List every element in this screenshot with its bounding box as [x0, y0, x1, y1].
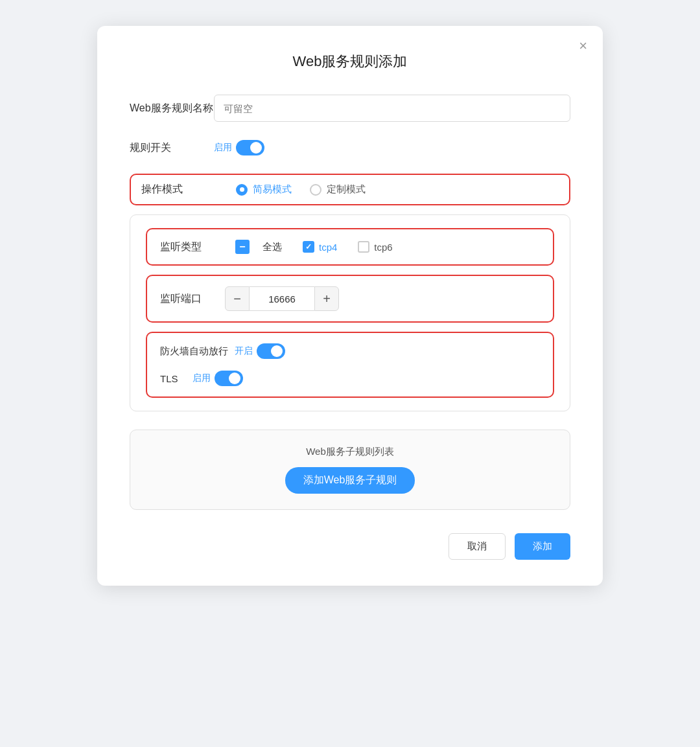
listen-type-row: 监听类型 全选 tcp4 tcp6	[160, 240, 540, 254]
port-value-input[interactable]	[250, 286, 314, 311]
radio-custom-text: 定制模式	[327, 183, 366, 196]
firewall-tls-section: 防火墙自动放行 开启 TLS 启用	[146, 332, 554, 398]
deselect-all-button[interactable]	[235, 240, 250, 254]
add-button[interactable]: 添加	[515, 533, 570, 560]
name-row: Web服务规则名称	[130, 95, 570, 122]
tls-label: TLS	[160, 373, 186, 384]
listen-port-row: 监听端口 − +	[160, 286, 540, 311]
tcp6-checkbox	[358, 241, 369, 253]
tcp4-checkbox-item[interactable]: tcp4	[303, 241, 337, 253]
close-button[interactable]: ×	[579, 39, 587, 53]
listen-port-section: 监听端口 − +	[146, 275, 554, 323]
op-mode-label: 操作模式	[141, 183, 226, 196]
firewall-label: 防火墙自动放行	[160, 345, 228, 358]
rule-switch-label: 规则开关	[130, 141, 214, 155]
name-label: Web服务规则名称	[130, 102, 214, 115]
cancel-button[interactable]: 取消	[449, 533, 506, 560]
listen-type-label: 监听类型	[160, 240, 225, 254]
name-input[interactable]	[214, 95, 570, 122]
tls-row: TLS 启用	[160, 371, 540, 386]
radio-custom-circle	[310, 184, 321, 196]
add-sub-rule-button[interactable]: 添加Web服务子规则	[285, 467, 415, 494]
dialog-title: Web服务规则添加	[130, 52, 570, 71]
port-increment-button[interactable]: +	[314, 286, 339, 311]
rule-switch-on-text: 启用	[214, 142, 232, 154]
tcp6-label: tcp6	[374, 242, 392, 253]
sub-rule-title: Web服务子规则列表	[306, 446, 394, 458]
tcp4-label: tcp4	[319, 242, 337, 253]
listen-port-label: 监听端口	[160, 292, 225, 306]
tcp6-checkbox-item[interactable]: tcp6	[358, 241, 392, 253]
tls-toggle[interactable]	[215, 371, 243, 386]
tls-on-text: 启用	[192, 373, 211, 384]
firewall-on-text: 开启	[235, 345, 253, 357]
radio-simple-text: 简易模式	[253, 183, 292, 196]
op-mode-row: 操作模式 简易模式 定制模式	[130, 174, 570, 205]
listen-type-section: 监听类型 全选 tcp4 tcp6	[146, 228, 554, 266]
tcp4-checkbox	[303, 241, 314, 253]
radio-simple-circle	[236, 184, 248, 196]
rule-switch-toggle-wrap: 启用	[214, 140, 264, 155]
port-decrement-button[interactable]: −	[225, 286, 250, 311]
rule-switch-row: 规则开关 启用	[130, 140, 570, 155]
dialog-footer: 取消 添加	[130, 533, 570, 560]
radio-simple-mode[interactable]: 简易模式	[236, 183, 292, 196]
tls-toggle-wrap: 启用	[192, 371, 243, 386]
rule-switch-toggle[interactable]	[236, 140, 264, 155]
firewall-toggle[interactable]	[257, 343, 285, 359]
settings-outer-box: 监听类型 全选 tcp4 tcp6 监听端口 − +	[130, 214, 570, 411]
radio-custom-mode[interactable]: 定制模式	[310, 183, 366, 196]
firewall-toggle-wrap: 开启	[235, 343, 285, 359]
sub-rule-box: Web服务子规则列表 添加Web服务子规则	[130, 430, 570, 510]
select-all-label: 全选	[262, 241, 282, 253]
dialog: Web服务规则添加 × Web服务规则名称 规则开关 启用 操作模式 简易模式 …	[97, 26, 603, 586]
firewall-tls-wrap: 防火墙自动放行 开启 TLS 启用	[160, 343, 540, 386]
firewall-row: 防火墙自动放行 开启	[160, 343, 540, 359]
op-mode-radio-group: 简易模式 定制模式	[236, 183, 366, 196]
